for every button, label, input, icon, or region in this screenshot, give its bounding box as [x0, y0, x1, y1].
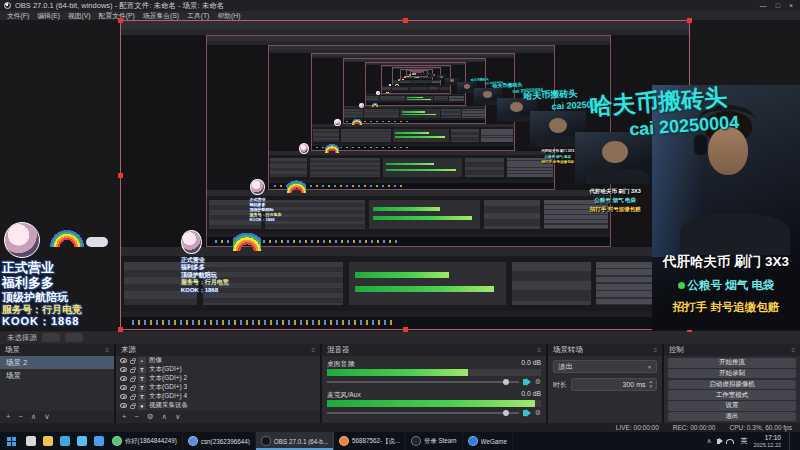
- input-language-indicator[interactable]: 英: [740, 436, 747, 446]
- nested-badge-avatar-icon: [299, 143, 309, 154]
- taskbar-app-button[interactable]: OBS 27.0.1 (64-b...: [256, 432, 334, 450]
- scenes-toolbar-button[interactable]: +: [6, 411, 10, 423]
- transitions-dock-header: 场景转场 ≡: [548, 344, 662, 356]
- control-button[interactable]: 开始推流: [668, 358, 796, 368]
- maximize-button[interactable]: □: [776, 0, 780, 11]
- source-list-item[interactable]: T文本(GDI+) 3: [116, 383, 320, 392]
- taskbar-app-button[interactable]: WeGame: [463, 432, 513, 450]
- visibility-eye-icon[interactable]: [120, 367, 127, 372]
- nested-mixer-meter: [386, 169, 456, 172]
- show-desktop-button[interactable]: [789, 432, 794, 450]
- sources-toolbar-button[interactable]: ∨: [175, 411, 181, 423]
- selection-handle[interactable]: [403, 18, 408, 23]
- system-tray: ∧ 英 17:10 2025.12.22: [701, 432, 800, 450]
- menu-item[interactable]: 场景集合(S): [139, 11, 183, 21]
- taskbar-clock[interactable]: 17:10 2025.12.22: [753, 434, 781, 448]
- menu-item[interactable]: 编辑(E): [33, 11, 64, 21]
- control-button[interactable]: 工作室模式: [668, 390, 796, 400]
- start-button[interactable]: [0, 432, 22, 450]
- menu-item[interactable]: 帮助(H): [213, 11, 244, 21]
- network-icon[interactable]: [726, 439, 734, 444]
- volume-slider-knob[interactable]: [503, 410, 509, 416]
- taskbar-app-button[interactable]: 你好(1864844249): [107, 432, 183, 450]
- control-button[interactable]: 退出: [668, 412, 796, 422]
- scenes-toolbar-button[interactable]: ∧: [31, 411, 37, 423]
- control-button[interactable]: 开始录制: [668, 369, 796, 379]
- source-toolbar-button[interactable]: [65, 333, 83, 342]
- source-toolbar-button[interactable]: [42, 333, 60, 342]
- lock-icon[interactable]: [130, 369, 135, 373]
- scene-canvas[interactable]: OBS 27.0.1 (64-bit, windows) - 配置文件: 未命名…: [120, 20, 690, 330]
- control-button[interactable]: 启动虚拟摄像机: [668, 380, 796, 390]
- taskbar-app-button[interactable]: 登录 Steam: [406, 432, 463, 450]
- live-time: LIVE: 00:00:00: [616, 424, 659, 431]
- rainbow-icon: [46, 226, 88, 247]
- nested-mixer-meter: [355, 272, 449, 278]
- sources-toolbar-button[interactable]: −: [134, 411, 138, 423]
- preview-area: OBS 27.0.1 (64-bit, windows) - 配置文件: 未命名…: [0, 20, 800, 330]
- scene-list-item[interactable]: 场景: [0, 369, 114, 382]
- taskbar-app-button[interactable]: 56887562-【说...: [334, 432, 406, 450]
- taskbar-pinned-button[interactable]: [73, 432, 90, 450]
- visibility-eye-icon[interactable]: [120, 358, 127, 363]
- menu-item[interactable]: 文件(F): [3, 11, 33, 21]
- sources-toolbar-button[interactable]: ∧: [162, 411, 168, 423]
- taskbar-pinned-button[interactable]: [22, 432, 39, 450]
- transitions-dock-title: 场景转场: [553, 345, 583, 355]
- menu-item[interactable]: 配置文件(P): [95, 11, 139, 21]
- sources-toolbar-button[interactable]: +: [122, 411, 126, 423]
- lock-icon[interactable]: [130, 378, 135, 382]
- lock-icon[interactable]: [130, 405, 135, 409]
- taskbar-pinned-button[interactable]: [39, 432, 56, 450]
- selection-handle[interactable]: [687, 18, 692, 23]
- taskbar-app-button[interactable]: csn(2362396644): [183, 432, 256, 450]
- visibility-eye-icon[interactable]: [120, 376, 127, 381]
- selection-handle[interactable]: [403, 327, 408, 332]
- visibility-eye-icon[interactable]: [120, 394, 127, 399]
- source-list-item[interactable]: T文本(GDI+) 2: [116, 374, 320, 383]
- duration-spinner[interactable]: 300 ms ▲▼: [571, 378, 657, 391]
- visibility-eye-icon[interactable]: [120, 403, 127, 408]
- source-list-item[interactable]: ●视频采集设备: [116, 401, 320, 410]
- nested-promo-badge: 正式营业福利多多顶级护航陪玩服务号：行月电竞KOOK：1868: [334, 119, 364, 144]
- scene-list-item[interactable]: 场景 2: [0, 356, 114, 369]
- lock-icon[interactable]: [130, 396, 135, 400]
- control-button[interactable]: 设置: [668, 401, 796, 411]
- menu-item[interactable]: 视图(V): [64, 11, 95, 21]
- scene-list: 场景 2场景: [0, 356, 114, 411]
- spinner-arrows-icon[interactable]: ▲▼: [649, 380, 653, 389]
- sources-toolbar-button[interactable]: ⚙: [147, 411, 154, 423]
- taskbar-pinned-button[interactable]: [90, 432, 107, 450]
- source-list-item[interactable]: T文本(GDI+) 4: [116, 392, 320, 401]
- speaker-icon[interactable]: [523, 379, 527, 385]
- lock-icon[interactable]: [130, 387, 135, 391]
- speaker-icon[interactable]: [523, 410, 527, 416]
- source-list-item[interactable]: ▪图像: [116, 356, 320, 365]
- minimize-button[interactable]: —: [760, 0, 767, 11]
- tray-expand-chevron-icon[interactable]: ∧: [707, 437, 712, 445]
- mixer-gear-icon[interactable]: ⚙: [535, 378, 541, 385]
- transition-select[interactable]: 淡出 ▼: [553, 360, 657, 373]
- mixer-meter-fill: [327, 369, 468, 376]
- taskbar-pinned-button[interactable]: [56, 432, 73, 450]
- selection-handle[interactable]: [118, 173, 123, 178]
- menu-item[interactable]: 工具(T): [183, 11, 213, 21]
- volume-slider-knob[interactable]: [503, 379, 509, 385]
- volume-icon[interactable]: [717, 439, 720, 444]
- scenes-toolbar-button[interactable]: ∨: [44, 411, 50, 423]
- volume-slider[interactable]: [327, 412, 519, 414]
- visibility-eye-icon[interactable]: [120, 385, 127, 390]
- nested-mixer-meter: [402, 114, 437, 115]
- lock-icon[interactable]: [130, 360, 135, 364]
- selection-handle[interactable]: [118, 18, 123, 23]
- close-button[interactable]: ×: [789, 0, 793, 11]
- volume-slider[interactable]: [327, 381, 519, 383]
- source-list-item[interactable]: T文本(GDI+): [116, 365, 320, 374]
- mixer-gear-icon[interactable]: ⚙: [535, 409, 541, 416]
- scenes-toolbar-button[interactable]: −: [18, 411, 22, 423]
- captured-screen-level-3: 正式营业福利多多顶级护航陪玩服务号：行月电竞KOOK：1868哈夫币搬砖头cai…: [269, 46, 554, 188]
- nested-mixer-meter: [373, 207, 440, 211]
- obs-app-window: OBS 27.0.1 (64-bit, windows) - 配置文件: 未命名…: [0, 0, 800, 432]
- nested-promo-badge: 正式营业福利多多顶级护航陪玩服务号：行月电竞KOOK：1868: [358, 103, 379, 120]
- source-name: 视频采集设备: [149, 401, 188, 410]
